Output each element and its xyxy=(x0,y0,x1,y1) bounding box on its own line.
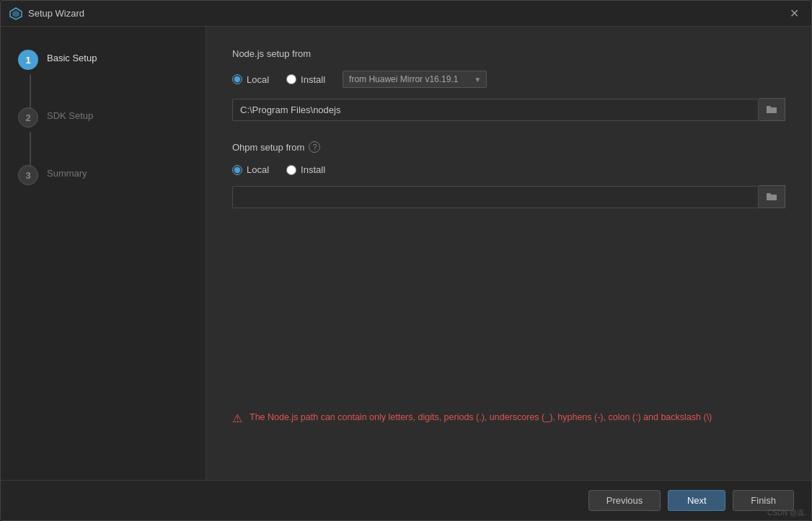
ohpm-help-icon[interactable]: ? xyxy=(309,141,320,153)
nodejs-browse-button[interactable] xyxy=(759,98,785,121)
close-button[interactable]: ✕ xyxy=(785,5,803,22)
ohpm-section-title: Ohpm setup from xyxy=(232,142,304,153)
window-title: Setup Wizard xyxy=(28,8,785,19)
ohpm-install-label: Install xyxy=(301,164,325,175)
error-bar: ⚠ The Node.js path can contain only lett… xyxy=(206,402,811,434)
nodejs-install-radio[interactable] xyxy=(286,74,296,84)
svg-marker-1 xyxy=(12,10,19,17)
content-area: 1 Basic Setup 2 SDK Setup 3 Summary xyxy=(1,27,811,480)
error-message: The Node.js path can contain only letter… xyxy=(250,411,712,424)
footer: Previous Next Finish xyxy=(1,480,811,520)
nodejs-local-label: Local xyxy=(247,74,269,85)
step-1-circle: 1 xyxy=(18,50,38,70)
app-icon xyxy=(9,7,22,20)
nodejs-local-radio[interactable] xyxy=(232,74,242,84)
ohpm-browse-button[interactable] xyxy=(759,185,785,208)
nodejs-mirror-select[interactable]: from Huawei Mirror v16.19.1 xyxy=(343,71,487,88)
step-2-label: SDK Setup xyxy=(47,107,93,121)
nodejs-mirror-dropdown-container: from Huawei Mirror v16.19.1 ▼ xyxy=(343,71,487,88)
nodejs-radio-group: Local Install from Huawei Mirror v16.19.… xyxy=(232,71,785,88)
sidebar: 1 Basic Setup 2 SDK Setup 3 Summary xyxy=(1,27,206,480)
nodejs-section-title: Node.js setup from xyxy=(232,48,785,59)
ohpm-path-input[interactable] xyxy=(232,186,759,208)
step-3-item[interactable]: 3 Summary xyxy=(1,159,206,191)
ohpm-section-header: Ohpm setup from ? xyxy=(232,141,785,153)
nodejs-path-row xyxy=(232,98,785,121)
ohpm-local-option[interactable]: Local xyxy=(232,164,269,175)
step-3-label: Summary xyxy=(47,165,87,179)
ohpm-path-row xyxy=(232,185,785,208)
nodejs-install-label: Install xyxy=(301,74,325,85)
step-2-circle: 2 xyxy=(18,107,38,128)
step-2-item[interactable]: 2 SDK Setup xyxy=(1,102,206,133)
ohpm-local-label: Local xyxy=(247,164,269,175)
step-3-circle: 3 xyxy=(18,165,38,185)
title-bar: Setup Wizard ✕ xyxy=(1,1,811,27)
nodejs-install-option[interactable]: Install xyxy=(286,74,325,85)
ohpm-install-radio[interactable] xyxy=(286,165,296,175)
ohpm-local-radio[interactable] xyxy=(232,165,242,175)
step-1-label: Basic Setup xyxy=(47,50,97,63)
nodejs-path-input[interactable] xyxy=(232,99,759,121)
ohpm-radio-group: Local Install xyxy=(232,164,785,175)
setup-wizard-window: Setup Wizard ✕ 1 Basic Setup 2 SDK Setup xyxy=(0,0,812,521)
error-icon: ⚠ xyxy=(232,411,242,425)
nodejs-local-option[interactable]: Local xyxy=(232,74,269,85)
ohpm-install-option[interactable]: Install xyxy=(286,164,325,175)
watermark: CSDN @温. xyxy=(767,508,806,518)
main-panel: Node.js setup from Local Install from Hu… xyxy=(206,27,811,480)
step-1-item[interactable]: 1 Basic Setup xyxy=(1,44,206,76)
previous-button[interactable]: Previous xyxy=(588,490,661,511)
folder-icon-ohpm xyxy=(766,191,777,202)
next-button[interactable]: Next xyxy=(668,490,725,511)
folder-icon xyxy=(766,104,777,115)
